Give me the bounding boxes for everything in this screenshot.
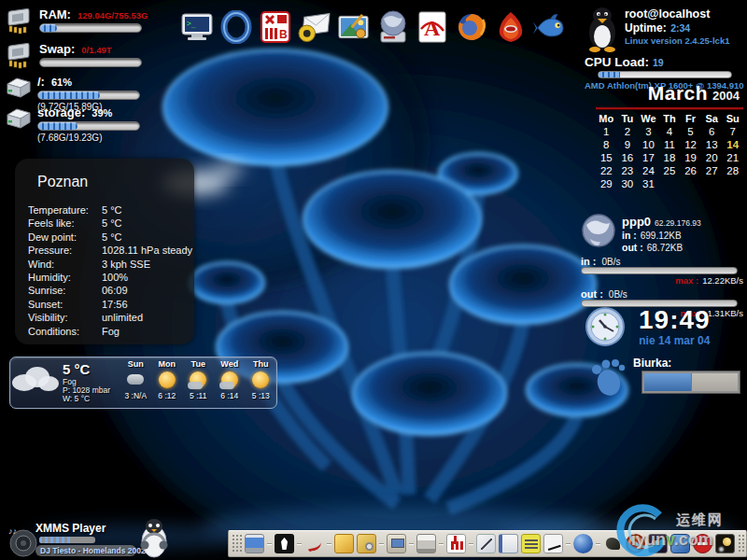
network-monitor: ppp062.29.176.93 in :699.12KB out :68.72… (581, 213, 743, 318)
calendar-day: 12 (680, 139, 701, 150)
calendar-header: Sa (701, 113, 723, 124)
gqview-icon[interactable] (648, 534, 668, 553)
weather-label: Wind: (28, 258, 102, 271)
sun-icon (157, 370, 177, 390)
text-editor-icon[interactable] (521, 534, 541, 553)
folders-icon[interactable] (334, 534, 354, 553)
calendar-day: 20 (701, 152, 723, 163)
calendar-day: 22 (596, 165, 617, 176)
ram-chip-icon (4, 7, 35, 35)
dark-bird-icon[interactable] (603, 534, 623, 553)
red-spiral-icon[interactable] (626, 534, 645, 553)
terminal-icon[interactable]: >_ (179, 7, 214, 47)
mail-icon[interactable] (297, 7, 331, 47)
signature-icon[interactable] (543, 534, 563, 553)
mbank-icon[interactable]: B (258, 7, 292, 47)
current-wind: W: 5 °C (63, 395, 90, 403)
my-computer-icon[interactable] (387, 534, 406, 553)
notebook-icon[interactable] (499, 534, 518, 553)
calendar-day: 5 (680, 126, 701, 137)
weather-label: Sunset: (28, 298, 102, 311)
svg-text:♪♪: ♪♪ (8, 526, 17, 536)
calendar-day: 10 (638, 139, 659, 150)
ram-value: 129.04G/755.53G (78, 10, 148, 21)
in-max-label: max : (675, 275, 698, 286)
acrobat-reader-icon[interactable]: A (415, 7, 449, 47)
weather-value: 100% (102, 271, 128, 284)
xmms-eq-bar[interactable] (39, 537, 95, 543)
fog-cloud-icon (125, 370, 146, 390)
xmms-track-bar[interactable]: DJ Tiesto - Homelands 2002 (35, 545, 136, 556)
calendar-widget: March2004 Mo Tu We Th Fr Sa Su 1 2 3 4 5… (596, 82, 743, 189)
globe-icon (581, 213, 616, 248)
weather-value: Fog (102, 325, 120, 338)
calendar-divider (596, 107, 743, 109)
iface-name: ppp0 (622, 215, 651, 229)
red-swoosh-icon[interactable] (304, 534, 324, 553)
mbank-small-icon[interactable] (446, 534, 466, 553)
storage-bar (37, 121, 140, 131)
blue-app-icon[interactable] (670, 534, 690, 553)
in-total-label: in : (622, 230, 637, 241)
forecast-day-thu: Thu 5 :13 (246, 359, 277, 408)
computer-icon[interactable] (245, 534, 264, 553)
sun-icon (250, 370, 271, 390)
separator (566, 543, 571, 545)
printer-icon[interactable] (416, 534, 436, 553)
forecast-day-mon: Mon 6 :12 (151, 359, 183, 408)
separator (297, 543, 302, 545)
xmms-title: XMMS Player (35, 522, 106, 535)
penguin-headphones-icon (138, 517, 170, 558)
opera-icon[interactable] (218, 7, 253, 47)
pager-desktop-1[interactable] (644, 373, 692, 391)
weather-label: Temperature: (28, 203, 102, 217)
no-entry-icon[interactable] (693, 534, 712, 553)
calendar-header: Fr (680, 113, 701, 124)
firefox-icon[interactable] (454, 7, 488, 47)
flame-app-icon[interactable] (493, 7, 528, 47)
calendar-day: 28 (722, 165, 743, 176)
taskbar-grip-left[interactable] (232, 534, 242, 553)
weather-label: Feels like: (28, 217, 102, 230)
calendar-day: 30 (617, 178, 639, 189)
digital-time: 19:49 (639, 306, 711, 334)
rootfs-bar (37, 91, 140, 100)
storage-label: storage: (37, 105, 85, 119)
cpu-load-bar (598, 71, 732, 78)
taskbar-grip-right[interactable] (738, 534, 747, 553)
calendar-month: March (648, 82, 708, 104)
in-rate-label: in : (581, 256, 597, 267)
calendar-day: 19 (680, 152, 701, 163)
ink-pen-icon[interactable] (476, 534, 496, 553)
storage-percent: 39% (92, 107, 112, 119)
calendar-day: 1 (596, 126, 617, 137)
web-globe-icon[interactable] (375, 7, 410, 47)
night-photo-icon[interactable] (715, 534, 735, 553)
bluefish-icon[interactable] (532, 7, 567, 47)
weather-label: Dew point: (28, 231, 102, 244)
svg-text:B: B (279, 28, 288, 41)
ram-label: RAM: (39, 7, 71, 21)
folder-gear-icon[interactable] (357, 534, 376, 553)
image-viewer-icon[interactable] (336, 7, 371, 47)
taskbar (228, 530, 747, 557)
pager-desktop-2[interactable] (692, 373, 739, 391)
rootfs-label: /: (37, 75, 45, 89)
calendar-day: 23 (617, 165, 639, 176)
weather-value: 3 kph SSE (102, 258, 150, 271)
date-text: nie 14 mar 04 (639, 334, 711, 347)
out-rate: 0B/s (609, 289, 627, 300)
calendar-day: 3 (638, 126, 659, 137)
gnome-foot-icon (588, 357, 626, 398)
calendar-day: 4 (659, 126, 681, 137)
konqueror-icon[interactable] (573, 534, 593, 553)
weather-label: Humidity: (28, 271, 102, 284)
xmms-track-title: DJ Tiesto - Homelands 2002 (40, 546, 146, 555)
in-max: 12.22KB/s (702, 275, 743, 286)
separator (327, 543, 331, 545)
sysinfo-widget: root@localhost Uptime: 2:34 Linux versio… (585, 5, 745, 91)
calendar-day: 9 (617, 139, 639, 150)
swap-chip-icon (4, 42, 35, 70)
figure-app-icon[interactable] (275, 534, 294, 553)
xmms-widget: ♪♪ XMMS Player DJ Tiesto - Homelands 200… (6, 513, 174, 558)
